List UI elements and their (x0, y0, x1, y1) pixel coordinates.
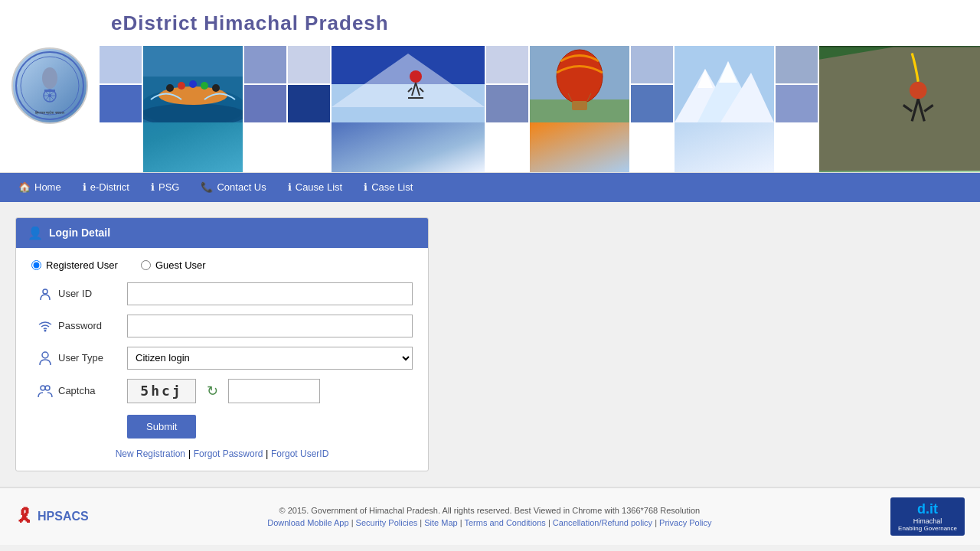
password-icon-cell (31, 318, 58, 334)
main-content: 👤 Login Detail Registered User Guest Use… (0, 202, 980, 487)
svg-marker-44 (819, 47, 980, 171)
mosaic-cell (486, 85, 528, 122)
wifi-icon (38, 318, 53, 334)
site-title: eDistrict Himachal Pradesh (111, 11, 389, 35)
guest-user-radio-label[interactable]: Guest User (141, 259, 206, 271)
nav-home[interactable]: 🏠 Home (8, 175, 72, 199)
info-icon-case: ℹ (364, 181, 368, 193)
captcha-icon-cell (31, 383, 58, 399)
mosaic-cell (288, 46, 330, 83)
forgot-password-link[interactable]: Forgot Password (194, 448, 263, 459)
captcha-row: Captcha 5hcj ↻ (31, 379, 413, 403)
login-box: 👤 Login Detail Registered User Guest Use… (15, 217, 429, 471)
svg-point-24 (410, 70, 422, 83)
captcha-label: Captcha (58, 385, 127, 396)
svg-point-45 (910, 82, 927, 99)
header-title-bar: eDistrict Himachal Pradesh (100, 0, 980, 46)
site-map-link[interactable]: Site Map (424, 518, 457, 527)
svg-point-19 (212, 84, 220, 92)
hpsacs-logo: 🎗 HPSACS (15, 506, 89, 527)
captcha-input[interactable] (228, 379, 320, 403)
registered-user-radio[interactable] (31, 260, 41, 270)
svg-point-50 (43, 289, 47, 294)
footer-links: Download Mobile App | Security Policies … (267, 518, 711, 527)
cancellation-link[interactable]: Cancellation/Refund policy (553, 518, 652, 527)
new-registration-link[interactable]: New Registration (116, 448, 185, 459)
mosaic-balloon (530, 46, 629, 172)
nav-psg[interactable]: ℹ PSG (140, 175, 190, 199)
login-title: Login Detail (49, 227, 110, 239)
link-separator: | (188, 448, 194, 459)
photo-mosaic (100, 46, 980, 172)
mosaic-cell (631, 85, 673, 122)
links-row: New Registration | Forgot Password | For… (31, 448, 413, 459)
mosaic-cell (776, 85, 818, 122)
mosaic-cell (288, 85, 330, 122)
government-logo: हिमाचल प्रदेश सरकार (11, 47, 88, 124)
mosaic-cell (244, 46, 286, 83)
svg-point-52 (42, 352, 48, 358)
forgot-userid-link[interactable]: Forgot UserID (271, 448, 328, 459)
svg-point-18 (201, 82, 208, 90)
usertype-label: User Type (58, 352, 127, 364)
security-policies-link[interactable]: Security Policies (356, 518, 418, 527)
captcha-text: 5hcj (140, 383, 182, 399)
captcha-image: 5hcj (127, 379, 196, 403)
svg-point-51 (44, 329, 46, 331)
guest-user-radio[interactable] (141, 260, 151, 270)
password-label: Password (58, 320, 127, 331)
svg-rect-34 (572, 101, 587, 110)
mosaic-climbing (819, 46, 980, 172)
usertype-icon-cell (31, 350, 58, 366)
login-body: Registered User Guest User User ID (16, 248, 428, 471)
registered-user-radio-label[interactable]: Registered User (31, 259, 118, 271)
info-icon-edistrict: ℹ (83, 181, 87, 193)
ribbon-icon: 🎗 (15, 506, 34, 527)
svg-text:हिमाचल प्रदेश सरकार: हिमाचल प्रदेश सरकार (34, 110, 65, 116)
terms-link[interactable]: Terms and Conditions (464, 518, 545, 527)
dit-sublabel: Himachal (913, 517, 942, 525)
mosaic-col-10 (776, 46, 818, 172)
mosaic-cell (776, 46, 818, 83)
footer-left: 🎗 HPSACS (15, 506, 89, 527)
svg-point-2 (42, 67, 57, 89)
captcha-refresh-button[interactable]: ↻ (200, 379, 224, 403)
privacy-link[interactable]: Privacy Policy (659, 518, 711, 527)
nav-cause-list[interactable]: ℹ Cause List (277, 175, 353, 199)
password-input[interactable] (127, 315, 413, 337)
mosaic-skiing (332, 46, 485, 172)
svg-point-13 (143, 103, 243, 122)
mosaic-col-1 (100, 46, 142, 172)
mosaic-cell (631, 46, 673, 83)
nav-contact[interactable]: 📞 Contact Us (190, 175, 276, 199)
login-header: 👤 Login Detail (16, 218, 428, 248)
mosaic-cell (486, 46, 528, 83)
mosaic-cell (100, 85, 142, 122)
mosaic-col-3 (244, 46, 286, 172)
nav-edistrict[interactable]: ℹ e-District (72, 175, 140, 199)
hpsacs-label: HPSACS (38, 510, 89, 523)
svg-point-54 (45, 386, 50, 390)
userid-row: User ID (31, 282, 413, 305)
usertype-select[interactable]: Citizen login Officer login Admin login (127, 347, 413, 370)
info-icon-cause: ℹ (288, 181, 292, 193)
mosaic-cell (100, 46, 142, 83)
header-right: eDistrict Himachal Pradesh (100, 0, 980, 172)
mosaic-rafting (143, 46, 243, 172)
svg-point-16 (178, 82, 185, 90)
registered-user-label: Registered User (46, 259, 118, 271)
footer: 🎗 HPSACS © 2015. Government of Himachal … (0, 487, 980, 545)
copyright-text: © 2015. Government of Himachal Pradesh. … (267, 506, 711, 515)
submit-button[interactable]: Submit (127, 415, 196, 439)
mosaic-mountains (675, 46, 774, 172)
usertype-row: User Type Citizen login Officer login Ad… (31, 347, 413, 370)
home-icon: 🏠 (18, 181, 31, 193)
download-app-link[interactable]: Download Mobile App (267, 518, 348, 527)
link-separator-2: | (266, 448, 271, 459)
mosaic-col-6 (486, 46, 528, 172)
userid-input[interactable] (127, 282, 413, 305)
svg-point-15 (166, 84, 174, 92)
nav-case-list[interactable]: ℹ Case List (353, 175, 423, 199)
dit-logo: d.it Himachal Enabling Governance (890, 497, 965, 536)
group-icon (38, 383, 53, 399)
